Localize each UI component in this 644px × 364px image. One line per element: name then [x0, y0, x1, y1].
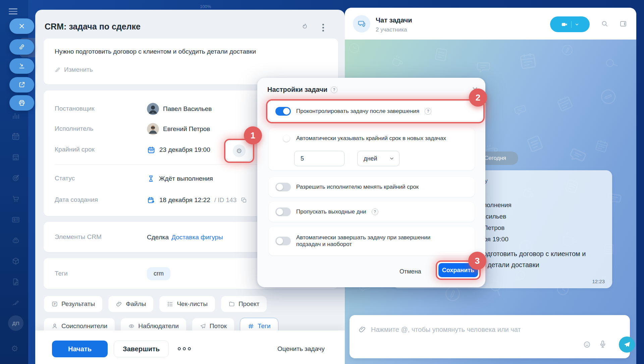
tab-checklists[interactable]: Чек-листы — [159, 296, 215, 312]
deadline-label: Крайний срок — [55, 146, 95, 153]
checklist-icon — [167, 301, 173, 307]
chat-bubbles-icon — [357, 19, 366, 28]
signature-icon[interactable] — [11, 298, 20, 307]
assignee-avatar — [147, 123, 159, 135]
option-auto-complete: Автоматически завершать задачу при завер… — [269, 227, 475, 255]
assignee-name[interactable]: Евгений Петров — [163, 125, 210, 133]
attach-file-button[interactable] — [358, 325, 367, 333]
chat-search-button[interactable] — [601, 20, 608, 27]
annotation-badge-3: 3 — [468, 252, 486, 270]
cart-icon[interactable] — [11, 194, 20, 203]
option-skip-weekends: Пропускать выходные дни ? — [269, 202, 475, 222]
voice-message-button[interactable] — [598, 340, 607, 349]
assignee-label: Исполнитель — [55, 125, 93, 132]
emoji-button[interactable] — [583, 340, 591, 349]
app-root: 100% ДП ⚙ CRM: задача по сделке Нужно по… — [0, 0, 644, 364]
auto-deadline-label: Автоматически указывать крайний срок в н… — [296, 135, 446, 142]
task-id: / ID 143 — [214, 196, 237, 204]
chat-message-input[interactable] — [370, 322, 580, 337]
save-to-button[interactable] — [9, 58, 34, 74]
chart-icon[interactable] — [11, 111, 20, 120]
paper-plane-icon — [200, 323, 206, 329]
close-icon — [18, 22, 25, 30]
close-panel-button[interactable] — [9, 18, 34, 34]
task-menu-kebab[interactable] — [322, 24, 324, 32]
complete-task-button[interactable]: Завершить — [114, 341, 169, 357]
crm-elements-label: Элементы CRM — [55, 233, 102, 241]
pencil-icon — [55, 67, 61, 73]
smiley-icon — [583, 340, 591, 349]
skip-weekends-help-icon[interactable]: ? — [372, 208, 378, 215]
paperclip-icon — [358, 325, 367, 333]
tab-files[interactable]: Файлы — [108, 296, 154, 312]
status-label: Статус — [55, 175, 75, 182]
storefront-icon[interactable] — [11, 153, 20, 162]
calendar-icon[interactable] — [11, 132, 20, 141]
annotation-badge-1: 1 — [244, 126, 262, 144]
package-icon[interactable] — [11, 257, 20, 265]
send-message-button[interactable] — [619, 337, 635, 353]
settings-gear-icon[interactable]: ⚙ — [11, 344, 18, 353]
deadline-unit-value: дней — [364, 155, 377, 162]
created-label: Дата создания — [55, 196, 98, 203]
tag-chip[interactable]: crm — [147, 267, 170, 280]
review-toggle[interactable] — [275, 107, 291, 116]
deadline-settings-button[interactable]: ⚙ — [226, 141, 252, 161]
paperclip-icon — [116, 301, 122, 307]
tabs-row-1: Результаты Файлы Чек-листы Проект — [44, 296, 267, 312]
microphone-icon — [598, 340, 607, 349]
flame-icon[interactable] — [301, 22, 310, 31]
creator-name[interactable]: Павел Васильев — [163, 105, 212, 113]
created-value: 18 декабря 12:22 — [159, 196, 210, 204]
chevron-down-icon — [575, 22, 579, 27]
printer-icon — [18, 99, 25, 107]
eye-icon — [128, 323, 135, 329]
cancel-button[interactable]: Отмена — [394, 265, 427, 278]
hourglass-icon — [147, 175, 155, 183]
copy-link-button[interactable] — [9, 39, 34, 55]
skip-weekends-label: Пропускать выходные дни — [296, 208, 366, 215]
deadline-value[interactable]: 23 декабря 19:00 — [159, 146, 210, 154]
deadline-days-input[interactable] — [294, 151, 344, 166]
chat-sidebar-toggle[interactable] — [619, 20, 627, 28]
contact-card-icon[interactable] — [11, 215, 20, 224]
robot-icon[interactable] — [11, 236, 20, 245]
search-icon — [601, 20, 608, 27]
results-icon — [51, 301, 58, 307]
calendar-created-icon — [147, 196, 155, 204]
open-external-button[interactable] — [9, 77, 34, 93]
copy-id-icon[interactable] — [240, 197, 247, 203]
creator-avatar — [147, 103, 159, 115]
tab-project[interactable]: Проект — [221, 296, 267, 312]
review-label: Проконтролировать задачу после завершени… — [296, 108, 419, 115]
skip-weekends-toggle[interactable] — [275, 207, 291, 216]
status-value: Ждёт выполнения — [159, 175, 213, 182]
document-edit-icon[interactable] — [11, 278, 20, 286]
video-camera-icon — [561, 21, 568, 28]
target-icon[interactable] — [11, 174, 20, 182]
profile-avatar[interactable]: ДП — [8, 315, 23, 331]
option-allow-deadline-change: Разрешить исполнителю менять крайний сро… — [269, 177, 475, 197]
start-task-button[interactable]: Начать — [52, 341, 108, 357]
edit-description-button[interactable]: Изменить — [55, 66, 93, 73]
folder-icon — [228, 301, 235, 307]
allow-change-toggle[interactable] — [275, 183, 291, 191]
tab-results[interactable]: Результаты — [44, 296, 103, 312]
modal-help-icon[interactable]: ? — [331, 86, 337, 93]
rate-task-button[interactable]: Оценить задачу — [277, 345, 325, 353]
option-review-after-complete: Проконтролировать задачу после завершени… — [269, 102, 483, 121]
edit-label: Изменить — [64, 66, 93, 73]
hamburger-menu-icon[interactable] — [9, 8, 17, 14]
deadline-unit-select[interactable]: дней — [357, 151, 399, 166]
review-help-icon[interactable]: ? — [425, 108, 431, 115]
task-settings-modal: Настройки задачи ? Проконтролировать зад… — [257, 78, 485, 287]
chat-title: Чат задачи — [376, 16, 412, 24]
more-actions-button[interactable] — [178, 347, 191, 350]
task-action-bar: Начать Завершить Оценить задачу — [35, 330, 345, 364]
link-icon — [18, 43, 25, 51]
video-call-button[interactable] — [550, 16, 590, 32]
auto-complete-toggle[interactable] — [275, 237, 291, 245]
chat-header: Чат задачи 2 участника — [345, 8, 636, 40]
print-button[interactable] — [9, 95, 34, 111]
crm-deal-link[interactable]: Доставка фигуры — [171, 234, 223, 241]
